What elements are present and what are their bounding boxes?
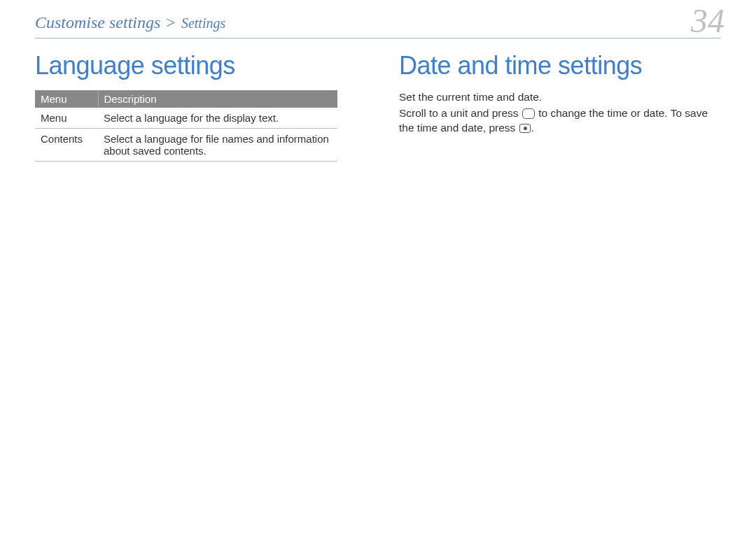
table-header-description: Description (98, 90, 337, 108)
date-time-para2: Scroll to a unit and press to change the… (399, 106, 721, 136)
breadcrumb: Customise settings > Settings (35, 13, 225, 32)
language-settings-title: Language settings (35, 51, 357, 80)
page-number: 34 (691, 1, 724, 40)
table-cell-menu: Contents (35, 129, 98, 162)
date-time-settings-title: Date and time settings (399, 51, 721, 80)
ok-button-icon (519, 124, 531, 133)
date-time-body: Set the current time and date. Scroll to… (399, 90, 721, 136)
table-row: Contents Select a language for file name… (35, 129, 337, 162)
table-cell-menu: Menu (35, 108, 98, 129)
nav-button-icon (522, 108, 535, 119)
date-time-para1: Set the current time and date. (399, 90, 721, 105)
language-settings-table: Menu Description Menu Select a language … (35, 90, 337, 162)
breadcrumb-sub: Settings (181, 15, 225, 31)
breadcrumb-main: Customise settings (35, 13, 160, 31)
breadcrumb-separator: > (166, 13, 176, 31)
table-row: Menu Select a language for the display t… (35, 108, 337, 129)
table-header-menu: Menu (35, 90, 98, 108)
table-cell-desc: Select a language for the display text. (98, 108, 337, 129)
table-cell-desc: Select a language for file names and inf… (98, 129, 337, 162)
